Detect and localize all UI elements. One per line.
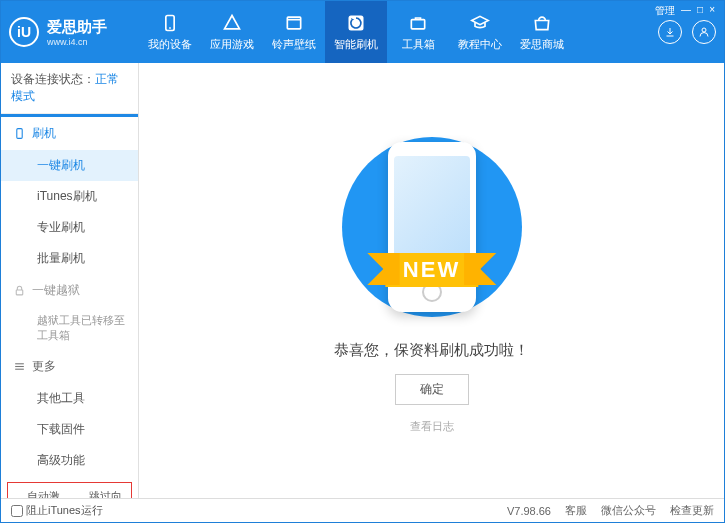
brand-subtitle: www.i4.cn: [47, 37, 107, 47]
app-icon: [222, 13, 242, 33]
phone-icon: [160, 13, 180, 33]
checkbox-block-itunes[interactable]: 阻止iTunes运行: [11, 503, 103, 518]
connection-status: 设备连接状态：正常模式: [1, 63, 138, 114]
version-label: V7.98.66: [507, 505, 551, 517]
store-icon: [532, 13, 552, 33]
window-controls: 管理 — □ ×: [655, 4, 715, 18]
success-illustration: NEW: [327, 127, 537, 327]
status-bar: 阻止iTunes运行 V7.98.66 客服 微信公众号 检查更新: [1, 498, 724, 522]
minimize-button[interactable]: —: [681, 4, 691, 18]
sidebar-item-batch-flash[interactable]: 批量刷机: [1, 243, 138, 274]
success-message: 恭喜您，保资料刷机成功啦！: [334, 341, 529, 360]
nav-ringtones[interactable]: 铃声壁纸: [263, 1, 325, 63]
sidebar-section-more[interactable]: 更多: [1, 350, 138, 383]
brand-logo: iU 爱思助手 www.i4.cn: [9, 17, 139, 47]
refresh-icon: [346, 13, 366, 33]
phone-icon: [13, 127, 26, 140]
checkbox-skip-guide[interactable]: 跳过向导: [74, 489, 128, 498]
sidebar-item-itunes-flash[interactable]: iTunes刷机: [1, 181, 138, 212]
wallpaper-icon: [284, 13, 304, 33]
sidebar-item-other-tools[interactable]: 其他工具: [1, 383, 138, 414]
download-icon: [664, 26, 676, 38]
footer-wechat[interactable]: 微信公众号: [601, 503, 656, 518]
graduation-icon: [470, 13, 490, 33]
sidebar-item-oneclick-flash[interactable]: 一键刷机: [1, 150, 138, 181]
sidebar-section-flash[interactable]: 刷机: [1, 117, 138, 150]
nav-flash[interactable]: 智能刷机: [325, 1, 387, 63]
logo-icon: iU: [9, 17, 39, 47]
main-content: NEW 恭喜您，保资料刷机成功啦！ 确定 查看日志: [139, 63, 724, 498]
svg-point-5: [702, 28, 706, 32]
confirm-button[interactable]: 确定: [395, 374, 469, 405]
main-nav: 我的设备 应用游戏 铃声壁纸 智能刷机 工具箱 教程中心: [139, 1, 658, 63]
svg-rect-7: [16, 290, 23, 295]
options-box: 自动激活 跳过向导: [7, 482, 132, 498]
control-menu[interactable]: 管理: [655, 4, 675, 18]
maximize-button[interactable]: □: [697, 4, 703, 18]
profile-button[interactable]: [692, 20, 716, 44]
app-header: iU 爱思助手 www.i4.cn 我的设备 应用游戏 铃声壁纸 智能刷机: [1, 1, 724, 63]
sidebar: 设备连接状态：正常模式 刷机 一键刷机 iTunes刷机 专业刷机 批量刷机 一…: [1, 63, 139, 498]
svg-rect-6: [17, 129, 22, 139]
menu-icon: [13, 360, 26, 373]
close-button[interactable]: ×: [709, 4, 715, 18]
view-log-link[interactable]: 查看日志: [410, 419, 454, 434]
nav-store[interactable]: 爱思商城: [511, 1, 573, 63]
sidebar-item-advanced[interactable]: 高级功能: [1, 445, 138, 476]
footer-service[interactable]: 客服: [565, 503, 587, 518]
brand-title: 爱思助手: [47, 18, 107, 37]
nav-tutorials[interactable]: 教程中心: [449, 1, 511, 63]
download-button[interactable]: [658, 20, 682, 44]
sidebar-item-pro-flash[interactable]: 专业刷机: [1, 212, 138, 243]
sidebar-item-download-firmware[interactable]: 下载固件: [1, 414, 138, 445]
checkbox-auto-activate[interactable]: 自动激活: [12, 489, 66, 498]
jailbreak-note: 越狱工具已转移至工具箱: [1, 307, 138, 350]
nav-apps[interactable]: 应用游戏: [201, 1, 263, 63]
user-icon: [698, 26, 710, 38]
nav-toolbox[interactable]: 工具箱: [387, 1, 449, 63]
footer-update[interactable]: 检查更新: [670, 503, 714, 518]
lock-icon: [13, 284, 26, 297]
toolbox-icon: [408, 13, 428, 33]
new-ribbon: NEW: [385, 253, 478, 287]
nav-my-device[interactable]: 我的设备: [139, 1, 201, 63]
sidebar-section-jailbreak: 一键越狱: [1, 274, 138, 307]
svg-rect-4: [411, 19, 424, 28]
